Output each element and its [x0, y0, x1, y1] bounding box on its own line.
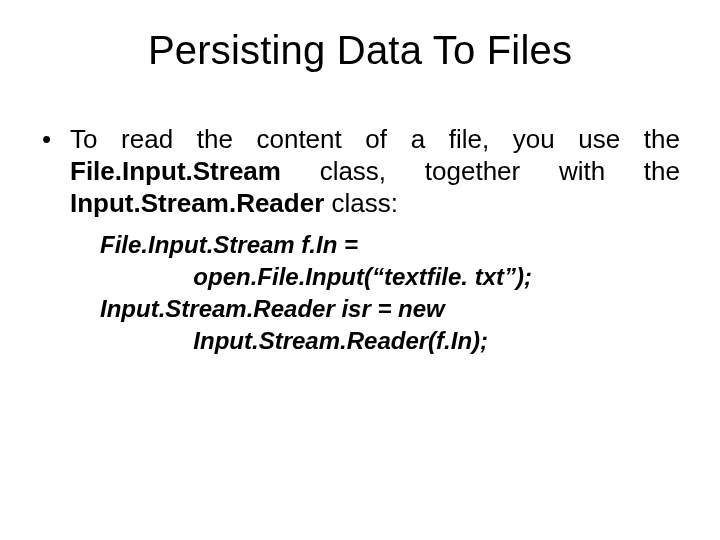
bullet-item: • To read the content of a file, you use…: [40, 123, 680, 219]
bullet-text-post: class:: [324, 188, 398, 218]
bullet-bold-2: Input.Stream.Reader: [70, 188, 324, 218]
bullet-text: To read the content of a file, you use t…: [70, 123, 680, 219]
bullet-marker: •: [40, 123, 70, 155]
code-line-1: File.Input.Stream f.In =: [100, 231, 358, 258]
code-line-3: Input.Stream.Reader isr = new: [100, 295, 445, 322]
code-block: File.Input.Stream f.In = open.File.Input…: [100, 229, 680, 357]
bullet-bold-1: File.Input.Stream: [70, 156, 281, 186]
slide: Persisting Data To Files • To read the c…: [0, 0, 720, 540]
code-line-2: open.File.Input(“textfile. txt”);: [100, 263, 532, 290]
slide-title: Persisting Data To Files: [40, 28, 680, 73]
bullet-text-mid: class, together with the: [281, 156, 680, 186]
code-line-4: Input.Stream.Reader(f.In);: [100, 327, 488, 354]
bullet-text-pre: To read the content of a file, you use t…: [70, 124, 680, 154]
